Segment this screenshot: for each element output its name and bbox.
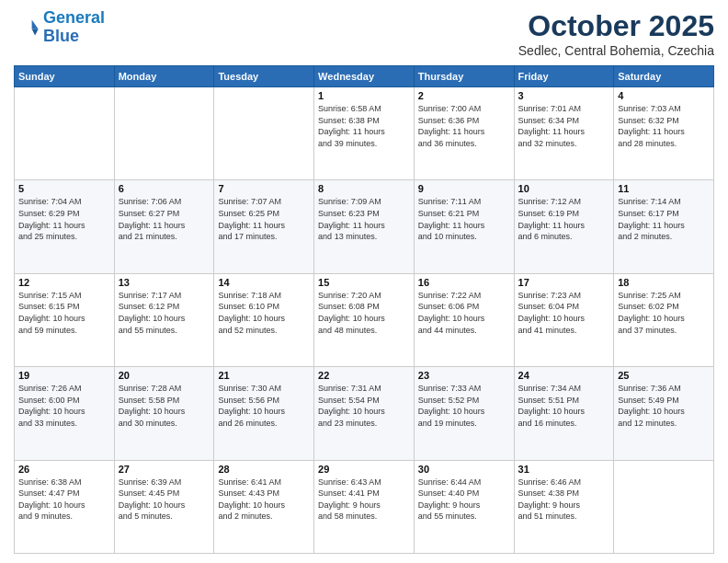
calendar-week-3: 12Sunrise: 7:15 AM Sunset: 6:15 PM Dayli… — [15, 273, 714, 366]
day-number: 18 — [618, 277, 710, 288]
col-friday: Friday — [514, 66, 614, 87]
col-sunday: Sunday — [15, 66, 115, 87]
calendar-cell: 4Sunrise: 7:03 AM Sunset: 6:32 PM Daylig… — [614, 87, 714, 180]
day-info: Sunrise: 7:01 AM Sunset: 6:34 PM Dayligh… — [518, 103, 610, 149]
day-info: Sunrise: 7:26 AM Sunset: 6:00 PM Dayligh… — [18, 383, 110, 429]
day-info: Sunrise: 7:36 AM Sunset: 5:49 PM Dayligh… — [618, 383, 710, 429]
day-info: Sunrise: 7:03 AM Sunset: 6:32 PM Dayligh… — [618, 103, 710, 149]
day-info: Sunrise: 7:20 AM Sunset: 6:08 PM Dayligh… — [318, 290, 410, 336]
day-info: Sunrise: 7:00 AM Sunset: 6:36 PM Dayligh… — [418, 103, 510, 149]
day-number: 11 — [618, 183, 710, 194]
col-monday: Monday — [114, 66, 214, 87]
day-info: Sunrise: 7:25 AM Sunset: 6:02 PM Dayligh… — [618, 290, 710, 336]
calendar-cell — [15, 87, 115, 180]
calendar-cell: 10Sunrise: 7:12 AM Sunset: 6:19 PM Dayli… — [514, 180, 614, 273]
day-number: 22 — [318, 370, 410, 381]
calendar-cell: 1Sunrise: 6:58 AM Sunset: 6:38 PM Daylig… — [314, 87, 415, 180]
day-number: 3 — [518, 90, 610, 101]
day-number: 9 — [418, 183, 510, 194]
day-number: 28 — [218, 464, 310, 475]
day-info: Sunrise: 7:17 AM Sunset: 6:12 PM Dayligh… — [119, 290, 210, 336]
day-info: Sunrise: 7:15 AM Sunset: 6:15 PM Dayligh… — [18, 290, 110, 336]
calendar-cell: 17Sunrise: 7:23 AM Sunset: 6:04 PM Dayli… — [514, 273, 614, 366]
title-block: October 2025 Sedlec, Central Bohemia, Cz… — [518, 9, 714, 58]
day-number: 14 — [218, 277, 310, 288]
calendar-week-1: 1Sunrise: 6:58 AM Sunset: 6:38 PM Daylig… — [15, 87, 714, 180]
calendar-cell: 15Sunrise: 7:20 AM Sunset: 6:08 PM Dayli… — [314, 273, 415, 366]
calendar-cell: 20Sunrise: 7:28 AM Sunset: 5:58 PM Dayli… — [114, 367, 214, 460]
calendar-cell: 24Sunrise: 7:34 AM Sunset: 5:51 PM Dayli… — [514, 367, 614, 460]
calendar-cell: 11Sunrise: 7:14 AM Sunset: 6:17 PM Dayli… — [614, 180, 714, 273]
day-info: Sunrise: 7:06 AM Sunset: 6:27 PM Dayligh… — [119, 196, 210, 242]
day-info: Sunrise: 7:31 AM Sunset: 5:54 PM Dayligh… — [318, 383, 410, 429]
day-number: 30 — [418, 464, 510, 475]
day-number: 16 — [418, 277, 510, 288]
calendar-cell: 18Sunrise: 7:25 AM Sunset: 6:02 PM Dayli… — [614, 273, 714, 366]
day-number: 31 — [518, 464, 610, 475]
logo-icon — [14, 15, 40, 40]
logo: General Blue — [14, 9, 105, 46]
day-number: 6 — [119, 183, 210, 194]
logo-line1: General — [43, 8, 105, 27]
day-info: Sunrise: 7:04 AM Sunset: 6:29 PM Dayligh… — [18, 196, 110, 242]
svg-marker-1 — [32, 29, 39, 35]
calendar-cell: 13Sunrise: 7:17 AM Sunset: 6:12 PM Dayli… — [114, 273, 214, 366]
logo-text: General Blue — [43, 9, 105, 46]
col-wednesday: Wednesday — [314, 66, 415, 87]
day-number: 7 — [218, 183, 310, 194]
svg-marker-0 — [32, 19, 39, 29]
day-info: Sunrise: 7:07 AM Sunset: 6:25 PM Dayligh… — [218, 196, 310, 242]
day-info: Sunrise: 7:09 AM Sunset: 6:23 PM Dayligh… — [318, 196, 410, 242]
day-info: Sunrise: 6:38 AM Sunset: 4:47 PM Dayligh… — [18, 477, 110, 523]
calendar-cell: 30Sunrise: 6:44 AM Sunset: 4:40 PM Dayli… — [414, 460, 514, 553]
day-number: 25 — [618, 370, 710, 381]
day-info: Sunrise: 6:39 AM Sunset: 4:45 PM Dayligh… — [119, 477, 210, 523]
day-info: Sunrise: 6:44 AM Sunset: 4:40 PM Dayligh… — [418, 477, 510, 523]
header: General Blue October 2025 Sedlec, Centra… — [14, 9, 714, 58]
calendar-week-5: 26Sunrise: 6:38 AM Sunset: 4:47 PM Dayli… — [15, 460, 714, 553]
calendar-cell: 22Sunrise: 7:31 AM Sunset: 5:54 PM Dayli… — [314, 367, 415, 460]
calendar-cell: 19Sunrise: 7:26 AM Sunset: 6:00 PM Dayli… — [15, 367, 115, 460]
day-number: 20 — [119, 370, 210, 381]
calendar-cell: 6Sunrise: 7:06 AM Sunset: 6:27 PM Daylig… — [114, 180, 214, 273]
day-info: Sunrise: 7:28 AM Sunset: 5:58 PM Dayligh… — [119, 383, 210, 429]
logo-line2: Blue — [43, 27, 79, 45]
day-info: Sunrise: 7:14 AM Sunset: 6:17 PM Dayligh… — [618, 196, 710, 242]
day-number: 1 — [318, 90, 410, 101]
day-info: Sunrise: 7:12 AM Sunset: 6:19 PM Dayligh… — [518, 196, 610, 242]
day-number: 27 — [119, 464, 210, 475]
day-number: 21 — [218, 370, 310, 381]
calendar-cell: 9Sunrise: 7:11 AM Sunset: 6:21 PM Daylig… — [414, 180, 514, 273]
day-number: 8 — [318, 183, 410, 194]
calendar-header-row: Sunday Monday Tuesday Wednesday Thursday… — [15, 66, 714, 87]
day-number: 26 — [18, 464, 110, 475]
calendar-cell: 28Sunrise: 6:41 AM Sunset: 4:43 PM Dayli… — [214, 460, 314, 553]
calendar-cell: 27Sunrise: 6:39 AM Sunset: 4:45 PM Dayli… — [114, 460, 214, 553]
col-saturday: Saturday — [614, 66, 714, 87]
day-info: Sunrise: 7:22 AM Sunset: 6:06 PM Dayligh… — [418, 290, 510, 336]
calendar-cell: 16Sunrise: 7:22 AM Sunset: 6:06 PM Dayli… — [414, 273, 514, 366]
calendar-cell: 26Sunrise: 6:38 AM Sunset: 4:47 PM Dayli… — [15, 460, 115, 553]
day-info: Sunrise: 6:46 AM Sunset: 4:38 PM Dayligh… — [518, 477, 610, 523]
calendar-cell: 7Sunrise: 7:07 AM Sunset: 6:25 PM Daylig… — [214, 180, 314, 273]
day-info: Sunrise: 6:58 AM Sunset: 6:38 PM Dayligh… — [318, 103, 410, 149]
day-number: 13 — [119, 277, 210, 288]
day-info: Sunrise: 7:11 AM Sunset: 6:21 PM Dayligh… — [418, 196, 510, 242]
day-number: 23 — [418, 370, 510, 381]
day-info: Sunrise: 6:41 AM Sunset: 4:43 PM Dayligh… — [218, 477, 310, 523]
calendar-cell — [614, 460, 714, 553]
day-number: 15 — [318, 277, 410, 288]
calendar-cell: 8Sunrise: 7:09 AM Sunset: 6:23 PM Daylig… — [314, 180, 415, 273]
calendar-cell: 31Sunrise: 6:46 AM Sunset: 4:38 PM Dayli… — [514, 460, 614, 553]
calendar-cell: 3Sunrise: 7:01 AM Sunset: 6:34 PM Daylig… — [514, 87, 614, 180]
calendar-cell: 25Sunrise: 7:36 AM Sunset: 5:49 PM Dayli… — [614, 367, 714, 460]
day-number: 12 — [18, 277, 110, 288]
calendar-cell: 23Sunrise: 7:33 AM Sunset: 5:52 PM Dayli… — [414, 367, 514, 460]
day-info: Sunrise: 7:34 AM Sunset: 5:51 PM Dayligh… — [518, 383, 610, 429]
day-number: 5 — [18, 183, 110, 194]
calendar-cell — [114, 87, 214, 180]
day-info: Sunrise: 6:43 AM Sunset: 4:41 PM Dayligh… — [318, 477, 410, 523]
month-title: October 2025 — [518, 9, 714, 43]
day-info: Sunrise: 7:18 AM Sunset: 6:10 PM Dayligh… — [218, 290, 310, 336]
day-number: 19 — [18, 370, 110, 381]
